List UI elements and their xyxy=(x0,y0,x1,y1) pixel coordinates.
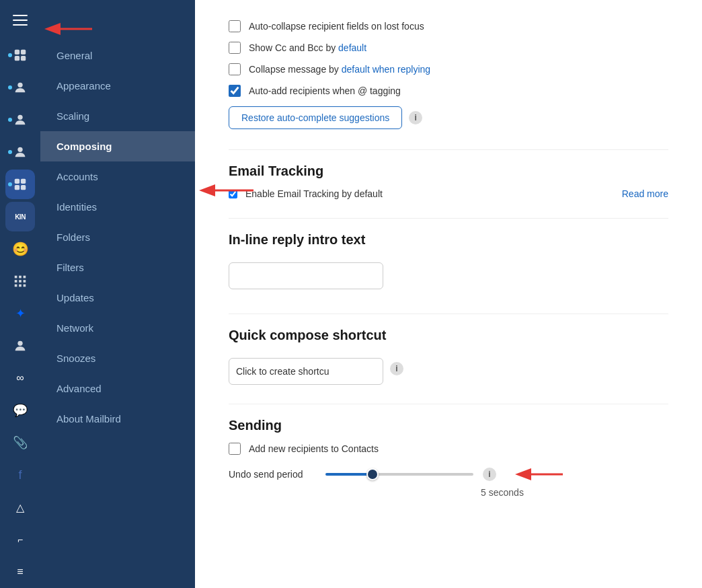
sidebar-item-network[interactable]: Network xyxy=(40,313,195,343)
svg-rect-9 xyxy=(21,179,26,184)
rail-icon-kin[interactable]: KIN xyxy=(5,202,35,231)
dot-indicator xyxy=(8,85,12,89)
restore-button[interactable]: Restore auto-complete suggestions xyxy=(229,106,402,129)
sidebar-item-snoozes[interactable]: Snoozes xyxy=(40,343,195,373)
slider-row: Undo send period i xyxy=(229,464,668,484)
auto-add-recipients-label: Auto-add recipients when @ tagging xyxy=(249,85,401,96)
hamburger-menu[interactable] xyxy=(7,7,34,34)
divider-4 xyxy=(229,404,668,404)
quick-compose-input[interactable] xyxy=(229,358,383,385)
sidebar-item-general[interactable]: General xyxy=(40,40,195,71)
collapse-message-label: Collapse message by default when replyin… xyxy=(249,64,430,75)
add-recipients-checkbox[interactable] xyxy=(229,443,241,455)
checkbox-row-1: Auto-collapse recipient fields on lost f… xyxy=(229,20,668,32)
svg-point-6 xyxy=(17,115,22,120)
sidebar: General Appearance Scaling Composing Acc… xyxy=(40,0,195,588)
sidebar-item-folders[interactable]: Folders xyxy=(40,222,195,252)
sidebar-item-appearance[interactable]: Appearance xyxy=(40,71,195,101)
undo-send-label: Undo send period xyxy=(229,469,316,480)
svg-rect-11 xyxy=(21,185,26,190)
auto-collapse-label: Auto-collapse recipient fields on lost f… xyxy=(249,21,424,32)
add-recipients-row: Add new recipients to Contacts xyxy=(229,443,668,455)
sidebar-item-scaling[interactable]: Scaling xyxy=(40,101,195,131)
shortcut-info-icon[interactable]: i xyxy=(390,362,403,375)
rail-icon-layers[interactable]: ≡ xyxy=(5,557,35,587)
show-cc-bcc-label: Show Cc and Bcc by default xyxy=(249,42,366,53)
rail-icon-infinity[interactable]: ∞ xyxy=(5,363,35,393)
rail-icon-clip2[interactable]: ⌐ xyxy=(5,525,35,554)
dot-indicator xyxy=(8,150,12,154)
rail-icon-user3[interactable] xyxy=(5,137,35,167)
checkbox-row-4: Auto-add recipients when @ tagging xyxy=(229,85,668,97)
email-tracking-checkbox[interactable] xyxy=(229,190,237,198)
rail-icon-grid[interactable] xyxy=(5,266,35,296)
sidebar-item-composing[interactable]: Composing xyxy=(40,131,195,161)
sidebar-item-about[interactable]: About Mailbird xyxy=(40,404,195,434)
add-recipients-label: Add new recipients to Contacts xyxy=(249,443,379,454)
rail-icon-user1[interactable] xyxy=(5,73,35,102)
sidebar-item-advanced[interactable]: Advanced xyxy=(40,373,195,404)
svg-rect-8 xyxy=(15,179,20,184)
icon-rail: KIN 😊 ✦ ∞ 💬 📎 f △ ⌐ ≡ xyxy=(0,0,40,588)
svg-rect-20 xyxy=(24,285,26,287)
svg-rect-17 xyxy=(24,280,26,283)
restore-info-icon[interactable]: i xyxy=(409,111,422,124)
checkbox-row-3: Collapse message by default when replyin… xyxy=(229,63,668,75)
shortcut-row: i xyxy=(229,353,668,385)
svg-rect-4 xyxy=(21,56,26,61)
svg-rect-12 xyxy=(15,276,17,279)
show-cc-bcc-checkbox[interactable] xyxy=(229,42,241,54)
svg-rect-2 xyxy=(21,50,26,54)
svg-rect-3 xyxy=(15,56,20,61)
default-highlight: default xyxy=(338,42,366,53)
rail-icon-whatsapp[interactable]: 💬 xyxy=(5,396,35,425)
rail-icon-g1[interactable] xyxy=(5,40,35,70)
inline-reply-title: In-line reply intro text xyxy=(229,232,668,248)
svg-rect-13 xyxy=(19,276,22,279)
auto-add-recipients-checkbox[interactable] xyxy=(229,85,241,97)
rail-icon-drive[interactable]: △ xyxy=(5,492,35,522)
restore-row: Restore auto-complete suggestions i xyxy=(229,106,668,129)
auto-collapse-checkbox[interactable] xyxy=(229,20,241,32)
quick-compose-title: Quick compose shortcut xyxy=(229,328,668,343)
rail-icon-attach[interactable]: 📎 xyxy=(5,428,35,457)
svg-rect-16 xyxy=(19,280,22,283)
collapse-message-checkbox[interactable] xyxy=(229,63,241,75)
rail-icon-person[interactable] xyxy=(5,331,35,361)
svg-rect-10 xyxy=(15,185,20,190)
svg-rect-14 xyxy=(24,276,26,279)
rail-icon-dropbox[interactable]: ✦ xyxy=(5,299,35,328)
rail-icon-g2[interactable] xyxy=(5,170,35,199)
undo-send-value: 5 seconds xyxy=(336,487,668,498)
annotation-arrow-3 xyxy=(512,464,566,484)
checkbox-row-2: Show Cc and Bcc by default xyxy=(229,42,668,54)
dot-indicator xyxy=(8,182,12,186)
tracking-row: Enable Email Tracking by default Read mo… xyxy=(229,188,668,199)
inline-reply-input[interactable] xyxy=(229,262,383,289)
svg-rect-19 xyxy=(19,285,22,287)
sidebar-item-identities[interactable]: Identities xyxy=(40,192,195,222)
main-content: Auto-collapse recipient fields on lost f… xyxy=(195,0,702,588)
tracking-left: Enable Email Tracking by default xyxy=(229,188,383,199)
svg-rect-18 xyxy=(15,285,17,287)
dot-indicator xyxy=(8,118,12,122)
rail-icon-user2[interactable] xyxy=(5,105,35,135)
svg-point-5 xyxy=(17,83,22,87)
undo-send-slider[interactable] xyxy=(325,473,473,476)
svg-point-7 xyxy=(17,147,22,152)
divider-2 xyxy=(229,218,668,219)
divider-1 xyxy=(229,149,668,150)
email-tracking-label: Enable Email Tracking by default xyxy=(245,188,383,199)
sidebar-item-accounts[interactable]: Accounts xyxy=(40,161,195,192)
rail-icon-facebook[interactable]: f xyxy=(5,460,35,490)
read-more-link[interactable]: Read more xyxy=(622,188,668,199)
svg-point-21 xyxy=(17,341,22,346)
default-replying-highlight: default when replying xyxy=(342,64,430,75)
sidebar-item-updates[interactable]: Updates xyxy=(40,283,195,313)
sending-title: Sending xyxy=(229,418,668,433)
sidebar-item-filters[interactable]: Filters xyxy=(40,252,195,283)
email-tracking-title: Email Tracking xyxy=(229,163,668,179)
dot-indicator xyxy=(8,53,12,57)
slider-info-icon[interactable]: i xyxy=(483,468,496,481)
rail-icon-smiley[interactable]: 😊 xyxy=(5,234,35,264)
